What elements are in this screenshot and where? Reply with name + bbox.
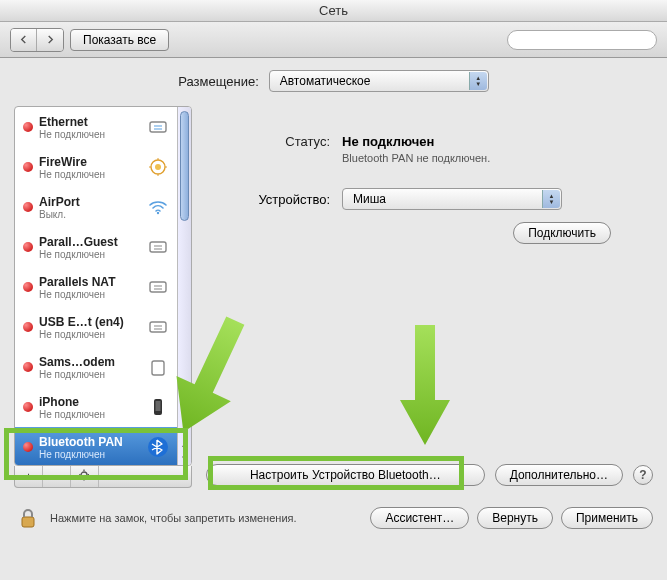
connect-button[interactable]: Подключить: [513, 222, 611, 244]
device-row: Устройство: Миша ▲▼: [210, 188, 649, 210]
service-item-iphone[interactable]: iPhone Не подключен: [15, 387, 177, 427]
service-item-firewire[interactable]: FireWire Не подключен: [15, 147, 177, 187]
service-name: Ethernet: [39, 115, 139, 129]
preferences-window: Сеть Показать все Размещение: Автоматиче…: [0, 0, 667, 580]
service-item-ethernet[interactable]: Ethernet Не подключен: [15, 107, 177, 147]
configure-bluetooth-button[interactable]: Настроить Устройство Bluetooth…: [206, 464, 485, 486]
connect-row: Подключить: [210, 222, 649, 244]
footer-row: Нажмите на замок, чтобы запретить измене…: [0, 496, 667, 540]
scrollbar-thumb[interactable]: [180, 111, 189, 221]
service-item-samsung-modem[interactable]: Sams…odem Не подключен: [15, 347, 177, 387]
device-popup[interactable]: Миша ▲▼: [342, 188, 562, 210]
ethernet-icon: [145, 274, 171, 300]
services-sidebar: Ethernet Не подключен FireWire Не: [14, 106, 192, 466]
chevron-right-icon: [46, 35, 55, 44]
popup-arrows-icon: ▲▼: [469, 72, 487, 90]
content-area: Размещение: Автоматическое ▲▼ Ethernet Н…: [0, 58, 667, 496]
location-value: Автоматическое: [280, 74, 371, 88]
location-label: Размещение:: [178, 74, 259, 89]
annotation-arrow-right: [390, 320, 460, 450]
service-status: Не подключен: [39, 409, 139, 420]
status-value: Не подключен: [342, 134, 490, 149]
show-all-button[interactable]: Показать все: [70, 29, 169, 51]
service-name: Sams…odem: [39, 355, 139, 369]
search-wrap: [507, 30, 657, 50]
service-status: Не подключен: [39, 129, 139, 140]
status-dot-icon: [23, 122, 33, 132]
gear-icon: [78, 468, 92, 482]
apply-button[interactable]: Применить: [561, 507, 653, 529]
service-status: Не подключен: [39, 249, 139, 260]
sidebar-container: Ethernet Не подключен FireWire Не: [14, 106, 192, 488]
service-item-bluetooth-pan[interactable]: Bluetooth PAN Не подключен: [15, 427, 177, 465]
help-button[interactable]: ?: [633, 465, 653, 485]
firewire-icon: [145, 154, 171, 180]
status-dot-icon: [23, 322, 33, 332]
svg-rect-8: [150, 322, 166, 332]
iphone-icon: [145, 394, 171, 420]
sidebar-footer: + −: [14, 466, 192, 488]
bluetooth-icon: [145, 434, 171, 460]
status-dot-icon: [23, 162, 33, 172]
service-actions-button[interactable]: [71, 466, 99, 487]
svg-point-5: [157, 212, 159, 214]
back-button[interactable]: [11, 29, 37, 51]
ethernet-icon: [145, 234, 171, 260]
forward-button[interactable]: [37, 29, 63, 51]
status-subtext: Bluetooth PAN не подключен.: [342, 152, 490, 164]
status-dot-icon: [23, 282, 33, 292]
service-name: iPhone: [39, 395, 139, 409]
nav-buttons: [10, 28, 64, 52]
service-status: Не подключен: [39, 169, 139, 180]
wifi-icon: [145, 194, 171, 220]
service-name: Bluetooth PAN: [39, 435, 139, 449]
search-input[interactable]: [507, 30, 657, 50]
svg-rect-2: [150, 122, 166, 132]
window-titlebar: Сеть: [0, 0, 667, 22]
annotation-arrow-left: [170, 310, 250, 440]
window-title: Сеть: [319, 3, 348, 18]
toolbar: Показать все: [0, 22, 667, 58]
svg-rect-7: [150, 282, 166, 292]
advanced-button[interactable]: Дополнительно…: [495, 464, 623, 486]
scroll-down-icon[interactable]: ▼: [178, 451, 191, 465]
service-item-parallels-guest[interactable]: Parall…Guest Не подключен: [15, 227, 177, 267]
service-status: Выкл.: [39, 209, 139, 220]
popup-arrows-icon: ▲▼: [542, 190, 560, 208]
device-label: Устройство:: [210, 192, 330, 207]
main-panel: Ethernet Не подключен FireWire Не: [14, 106, 653, 488]
status-dot-icon: [23, 242, 33, 252]
location-row: Размещение: Автоматическое ▲▼: [14, 70, 653, 92]
status-dot-icon: [23, 202, 33, 212]
remove-service-button[interactable]: −: [43, 466, 71, 487]
status-dot-icon: [23, 442, 33, 452]
revert-button[interactable]: Вернуть: [477, 507, 553, 529]
lock-text: Нажмите на замок, чтобы запретить измене…: [50, 512, 362, 524]
service-status: Не подключен: [39, 369, 139, 380]
service-name: Parallels NAT: [39, 275, 139, 289]
detail-bottom-buttons: Настроить Устройство Bluetooth… Дополнит…: [206, 464, 653, 486]
add-service-button[interactable]: +: [15, 466, 43, 487]
assistant-button[interactable]: Ассистент…: [370, 507, 469, 529]
location-popup[interactable]: Автоматическое ▲▼: [269, 70, 489, 92]
service-item-airport[interactable]: AirPort Выкл.: [15, 187, 177, 227]
status-row: Статус: Не подключен Bluetooth PAN не по…: [210, 134, 649, 164]
device-value: Миша: [353, 192, 386, 206]
ethernet-icon: [145, 114, 171, 140]
service-name: FireWire: [39, 155, 139, 169]
service-status: Не подключен: [39, 449, 139, 460]
service-item-usb-ethernet[interactable]: USB E…t (en4) Не подключен: [15, 307, 177, 347]
svg-point-13: [81, 472, 87, 478]
service-name: Parall…Guest: [39, 235, 139, 249]
modem-icon: [145, 354, 171, 380]
chevron-left-icon: [19, 35, 28, 44]
svg-rect-6: [150, 242, 166, 252]
service-item-parallels-nat[interactable]: Parallels NAT Не подключен: [15, 267, 177, 307]
service-status: Не подключен: [39, 329, 139, 340]
status-dot-icon: [23, 402, 33, 412]
service-name: AirPort: [39, 195, 139, 209]
ethernet-icon: [145, 314, 171, 340]
lock-icon[interactable]: [14, 504, 42, 532]
status-label: Статус:: [210, 134, 330, 149]
service-name: USB E…t (en4): [39, 315, 139, 329]
